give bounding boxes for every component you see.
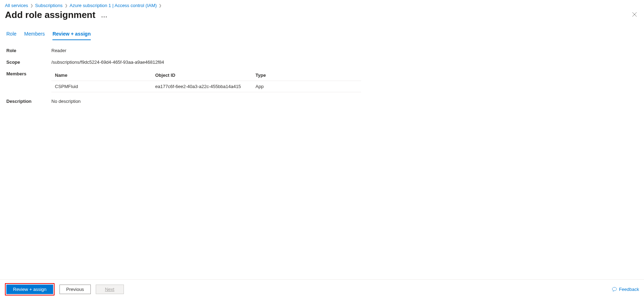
cell-type: App bbox=[255, 84, 358, 89]
breadcrumb-subscription-iam[interactable]: Azure subscription 1 | Access control (I… bbox=[70, 3, 157, 8]
feedback-icon bbox=[612, 287, 617, 292]
next-button: Next bbox=[96, 285, 124, 294]
footer: Review + assign Previous Next Feedback bbox=[0, 279, 644, 299]
scope-label: Scope bbox=[6, 60, 51, 65]
cell-objectid: ea177c6f-6ee2-40a3-a22c-455bba14a415 bbox=[155, 84, 255, 89]
detail-row-description: Description No description bbox=[6, 99, 638, 104]
tabs: Role Members Review + assign bbox=[0, 24, 644, 40]
breadcrumb-subscriptions[interactable]: Subscriptions bbox=[35, 3, 63, 8]
highlighted-primary-action: Review + assign bbox=[5, 283, 55, 295]
table-row: CSPMFluid ea177c6f-6ee2-40a3-a22c-455bba… bbox=[51, 81, 361, 92]
footer-buttons: Review + assign Previous Next bbox=[5, 283, 124, 295]
details-section: Role Reader Scope /subscriptions/f9dc522… bbox=[0, 40, 644, 104]
breadcrumb: All services ❯ Subscriptions ❯ Azure sub… bbox=[0, 0, 644, 10]
members-table: Name Object ID Type CSPMFluid ea177c6f-6… bbox=[51, 71, 361, 92]
members-label: Members bbox=[6, 71, 51, 92]
role-label: Role bbox=[6, 48, 51, 53]
close-icon bbox=[632, 12, 637, 17]
col-header-type: Type bbox=[255, 73, 358, 78]
detail-row-members: Members Name Object ID Type CSPMFluid ea… bbox=[6, 71, 638, 92]
more-actions-icon[interactable]: ⋯ bbox=[101, 13, 107, 20]
tab-role[interactable]: Role bbox=[6, 31, 17, 40]
page-title-text: Add role assignment bbox=[5, 10, 95, 20]
members-table-header: Name Object ID Type bbox=[51, 71, 361, 81]
col-header-name: Name bbox=[55, 73, 155, 78]
detail-row-role: Role Reader bbox=[6, 48, 638, 53]
previous-button[interactable]: Previous bbox=[59, 285, 91, 294]
chevron-right-icon: ❯ bbox=[65, 4, 68, 7]
tab-members[interactable]: Members bbox=[24, 31, 45, 40]
col-header-objectid: Object ID bbox=[155, 73, 255, 78]
cell-name: CSPMFluid bbox=[55, 84, 155, 89]
scope-value: /subscriptions/f9dc5224-69d4-465f-93aa-a… bbox=[51, 60, 164, 65]
tab-review-assign[interactable]: Review + assign bbox=[52, 31, 91, 40]
description-label: Description bbox=[6, 99, 51, 104]
role-value: Reader bbox=[51, 48, 67, 53]
review-assign-button[interactable]: Review + assign bbox=[6, 285, 53, 294]
feedback-link[interactable]: Feedback bbox=[612, 287, 639, 292]
breadcrumb-all-services[interactable]: All services bbox=[5, 3, 28, 8]
chevron-right-icon: ❯ bbox=[30, 4, 33, 7]
close-button[interactable] bbox=[630, 10, 639, 20]
description-value: No description bbox=[51, 99, 81, 104]
feedback-label: Feedback bbox=[619, 287, 639, 292]
page-title: Add role assignment ⋯ bbox=[5, 10, 107, 20]
detail-row-scope: Scope /subscriptions/f9dc5224-69d4-465f-… bbox=[6, 60, 638, 65]
chevron-right-icon: ❯ bbox=[159, 4, 162, 7]
page-header: Add role assignment ⋯ bbox=[0, 10, 644, 24]
